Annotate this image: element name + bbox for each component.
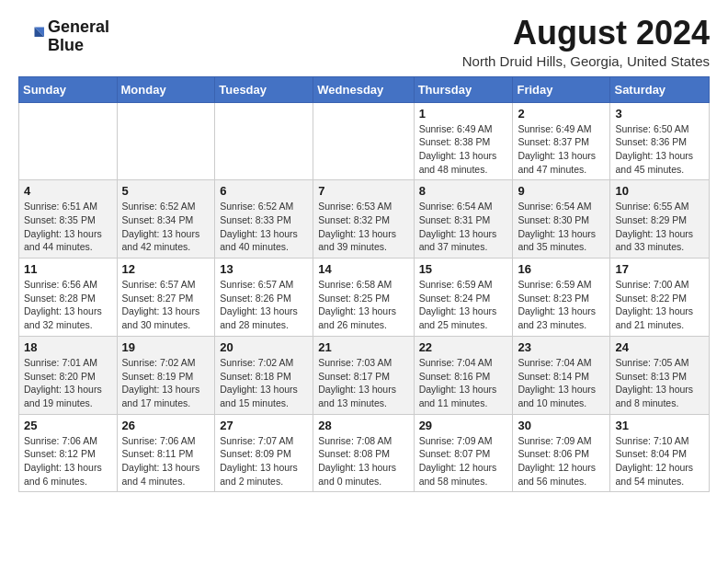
day-info: Sunrise: 7:10 AM Sunset: 8:04 PM Dayligh… (615, 434, 704, 488)
calendar-cell: 12Sunrise: 6:57 AM Sunset: 8:27 PM Dayli… (117, 259, 215, 337)
day-number: 28 (318, 419, 408, 432)
day-info: Sunrise: 7:06 AM Sunset: 8:11 PM Dayligh… (122, 434, 210, 488)
calendar-cell: 23Sunrise: 7:04 AM Sunset: 8:14 PM Dayli… (513, 336, 610, 414)
calendar-subtitle: North Druid Hills, Georgia, United State… (462, 53, 710, 69)
day-info: Sunrise: 6:59 AM Sunset: 8:24 PM Dayligh… (419, 278, 508, 332)
weekday-header-monday: Monday (117, 76, 215, 102)
day-number: 17 (615, 262, 704, 276)
day-number: 6 (220, 184, 308, 198)
page-header: General Blue August 2024 North Druid Hil… (18, 15, 710, 69)
day-number: 31 (615, 419, 704, 432)
day-info: Sunrise: 6:52 AM Sunset: 8:34 PM Dayligh… (122, 200, 210, 254)
day-info: Sunrise: 7:09 AM Sunset: 8:06 PM Dayligh… (518, 434, 605, 488)
calendar-cell: 14Sunrise: 6:58 AM Sunset: 8:25 PM Dayli… (313, 259, 414, 337)
day-info: Sunrise: 7:09 AM Sunset: 8:07 PM Dayligh… (419, 434, 508, 488)
weekday-header-row: SundayMondayTuesdayWednesdayThursdayFrid… (19, 76, 710, 102)
calendar-cell (19, 102, 118, 180)
day-number: 11 (24, 262, 112, 276)
day-info: Sunrise: 7:05 AM Sunset: 8:13 PM Dayligh… (615, 356, 704, 410)
day-number: 8 (419, 184, 508, 198)
day-number: 10 (615, 184, 704, 198)
day-info: Sunrise: 7:00 AM Sunset: 8:22 PM Dayligh… (615, 278, 704, 332)
calendar-cell (215, 102, 313, 180)
day-info: Sunrise: 6:58 AM Sunset: 8:25 PM Dayligh… (318, 278, 408, 332)
calendar-cell: 26Sunrise: 7:06 AM Sunset: 8:11 PM Dayli… (117, 414, 215, 492)
calendar-cell: 10Sunrise: 6:55 AM Sunset: 8:29 PM Dayli… (610, 180, 710, 259)
day-info: Sunrise: 6:55 AM Sunset: 8:29 PM Dayligh… (615, 200, 704, 254)
calendar-cell: 15Sunrise: 6:59 AM Sunset: 8:24 PM Dayli… (414, 259, 513, 337)
day-info: Sunrise: 6:54 AM Sunset: 8:30 PM Dayligh… (518, 200, 605, 254)
day-info: Sunrise: 6:56 AM Sunset: 8:28 PM Dayligh… (24, 278, 112, 332)
day-number: 26 (122, 419, 210, 432)
day-info: Sunrise: 6:50 AM Sunset: 8:36 PM Dayligh… (615, 122, 704, 177)
calendar-cell: 9Sunrise: 6:54 AM Sunset: 8:30 PM Daylig… (513, 180, 610, 259)
day-info: Sunrise: 6:49 AM Sunset: 8:37 PM Dayligh… (518, 122, 605, 177)
calendar-cell: 5Sunrise: 6:52 AM Sunset: 8:34 PM Daylig… (117, 180, 215, 259)
day-info: Sunrise: 7:06 AM Sunset: 8:12 PM Dayligh… (24, 434, 112, 488)
day-number: 20 (220, 340, 308, 354)
day-info: Sunrise: 6:51 AM Sunset: 8:35 PM Dayligh… (24, 200, 112, 254)
day-number: 14 (318, 262, 408, 276)
calendar-table: SundayMondayTuesdayWednesdayThursdayFrid… (18, 76, 710, 493)
calendar-cell: 29Sunrise: 7:09 AM Sunset: 8:07 PM Dayli… (414, 414, 513, 492)
day-number: 1 (419, 107, 508, 121)
day-info: Sunrise: 6:59 AM Sunset: 8:23 PM Dayligh… (518, 278, 605, 332)
day-number: 30 (518, 419, 605, 432)
calendar-cell: 18Sunrise: 7:01 AM Sunset: 8:20 PM Dayli… (19, 336, 118, 414)
day-number: 4 (24, 184, 112, 198)
calendar-cell: 24Sunrise: 7:05 AM Sunset: 8:13 PM Dayli… (610, 336, 710, 414)
day-info: Sunrise: 7:01 AM Sunset: 8:20 PM Dayligh… (24, 356, 112, 410)
day-number: 25 (24, 419, 112, 432)
weekday-header-thursday: Thursday (414, 76, 513, 102)
weekday-header-saturday: Saturday (610, 76, 710, 102)
day-number: 16 (518, 262, 605, 276)
calendar-cell: 11Sunrise: 6:56 AM Sunset: 8:28 PM Dayli… (19, 259, 118, 337)
weekday-header-friday: Friday (513, 76, 610, 102)
calendar-cell: 21Sunrise: 7:03 AM Sunset: 8:17 PM Dayli… (313, 336, 414, 414)
day-info: Sunrise: 7:03 AM Sunset: 8:17 PM Dayligh… (318, 356, 408, 410)
calendar-cell: 25Sunrise: 7:06 AM Sunset: 8:12 PM Dayli… (19, 414, 118, 492)
logo-icon (18, 24, 44, 50)
calendar-cell: 27Sunrise: 7:07 AM Sunset: 8:09 PM Dayli… (215, 414, 313, 492)
day-number: 7 (318, 184, 408, 198)
day-number: 13 (220, 262, 308, 276)
day-info: Sunrise: 6:49 AM Sunset: 8:38 PM Dayligh… (419, 122, 508, 177)
day-info: Sunrise: 6:54 AM Sunset: 8:31 PM Dayligh… (419, 200, 508, 254)
day-info: Sunrise: 7:07 AM Sunset: 8:09 PM Dayligh… (220, 434, 308, 488)
week-row-5: 25Sunrise: 7:06 AM Sunset: 8:12 PM Dayli… (19, 414, 710, 492)
day-info: Sunrise: 6:57 AM Sunset: 8:27 PM Dayligh… (122, 278, 210, 332)
day-number: 9 (518, 184, 605, 198)
calendar-cell: 22Sunrise: 7:04 AM Sunset: 8:16 PM Dayli… (414, 336, 513, 414)
weekday-header-wednesday: Wednesday (313, 76, 414, 102)
day-info: Sunrise: 6:57 AM Sunset: 8:26 PM Dayligh… (220, 278, 308, 332)
calendar-cell: 4Sunrise: 6:51 AM Sunset: 8:35 PM Daylig… (19, 180, 118, 259)
day-number: 29 (419, 419, 508, 432)
day-number: 12 (122, 262, 210, 276)
calendar-cell: 28Sunrise: 7:08 AM Sunset: 8:08 PM Dayli… (313, 414, 414, 492)
week-row-2: 4Sunrise: 6:51 AM Sunset: 8:35 PM Daylig… (19, 180, 710, 259)
calendar-cell: 7Sunrise: 6:53 AM Sunset: 8:32 PM Daylig… (313, 180, 414, 259)
day-info: Sunrise: 7:02 AM Sunset: 8:18 PM Dayligh… (220, 356, 308, 410)
day-number: 21 (318, 340, 408, 354)
day-number: 3 (615, 107, 704, 121)
day-info: Sunrise: 7:04 AM Sunset: 8:16 PM Dayligh… (419, 356, 508, 410)
logo-text: General Blue (48, 18, 109, 55)
day-info: Sunrise: 7:08 AM Sunset: 8:08 PM Dayligh… (318, 434, 408, 488)
calendar-cell: 1Sunrise: 6:49 AM Sunset: 8:38 PM Daylig… (414, 102, 513, 180)
weekday-header-sunday: Sunday (19, 76, 118, 102)
day-number: 22 (419, 340, 508, 354)
week-row-4: 18Sunrise: 7:01 AM Sunset: 8:20 PM Dayli… (19, 336, 710, 414)
calendar-cell: 13Sunrise: 6:57 AM Sunset: 8:26 PM Dayli… (215, 259, 313, 337)
logo: General Blue (18, 18, 109, 55)
calendar-cell: 30Sunrise: 7:09 AM Sunset: 8:06 PM Dayli… (513, 414, 610, 492)
day-number: 19 (122, 340, 210, 354)
week-row-1: 1Sunrise: 6:49 AM Sunset: 8:38 PM Daylig… (19, 102, 710, 180)
day-number: 18 (24, 340, 112, 354)
day-number: 27 (220, 419, 308, 432)
calendar-cell: 16Sunrise: 6:59 AM Sunset: 8:23 PM Dayli… (513, 259, 610, 337)
day-number: 24 (615, 340, 704, 354)
weekday-header-tuesday: Tuesday (215, 76, 313, 102)
day-info: Sunrise: 7:02 AM Sunset: 8:19 PM Dayligh… (122, 356, 210, 410)
calendar-cell (313, 102, 414, 180)
title-area: August 2024 North Druid Hills, Georgia, … (462, 15, 710, 69)
